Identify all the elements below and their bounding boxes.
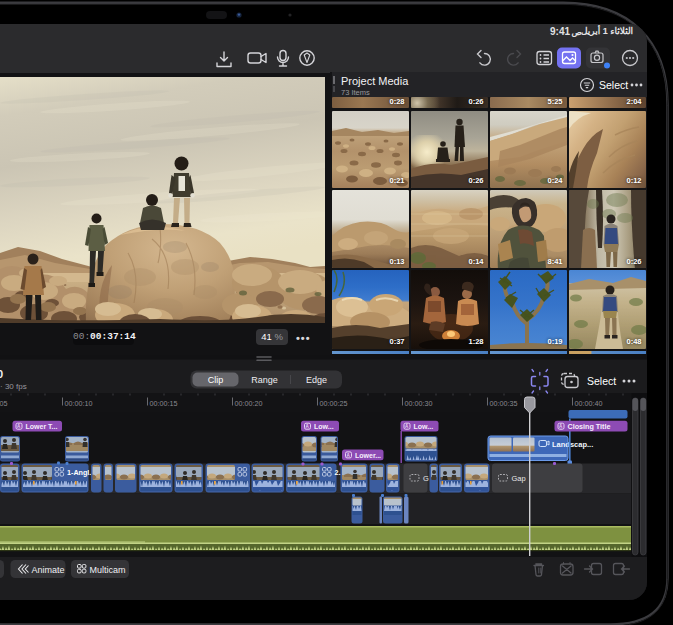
svg-text:00:00:15: 00:00:15 bbox=[150, 399, 178, 408]
svg-text:Clip: Clip bbox=[208, 375, 224, 385]
svg-text:Lower...: Lower... bbox=[355, 452, 381, 459]
svg-text:Low...: Low... bbox=[414, 423, 434, 430]
svg-text:Animate: Animate bbox=[32, 565, 65, 575]
svg-text:G: G bbox=[423, 474, 429, 483]
svg-text:Landscap...: Landscap... bbox=[552, 440, 593, 449]
svg-text:Edge: Edge bbox=[306, 375, 327, 385]
svg-text:Lower T...: Lower T... bbox=[26, 423, 58, 430]
svg-text:0: 0 bbox=[0, 368, 3, 380]
svg-text:00:00:25: 00:00:25 bbox=[320, 399, 348, 408]
svg-text:00:00:35: 00:00:35 bbox=[490, 399, 518, 408]
svg-text:00:00:20: 00:00:20 bbox=[235, 399, 263, 408]
svg-text:Multicam: Multicam bbox=[90, 565, 126, 575]
svg-text:Select: Select bbox=[587, 375, 616, 387]
svg-text:00:00:05: 00:00:05 bbox=[0, 399, 7, 408]
svg-text:Low...: Low... bbox=[314, 423, 334, 430]
svg-text:00:00:10: 00:00:10 bbox=[65, 399, 93, 408]
svg-text:00:00:30: 00:00:30 bbox=[405, 399, 433, 408]
svg-text:00:00:40: 00:00:40 bbox=[575, 399, 603, 408]
svg-text:Gap: Gap bbox=[512, 474, 526, 483]
svg-text:Select: Select bbox=[599, 79, 628, 91]
svg-text:Range: Range bbox=[251, 375, 278, 385]
svg-text:· 30 fps: · 30 fps bbox=[0, 382, 27, 391]
svg-text:Closing Title: Closing Title bbox=[568, 422, 611, 431]
